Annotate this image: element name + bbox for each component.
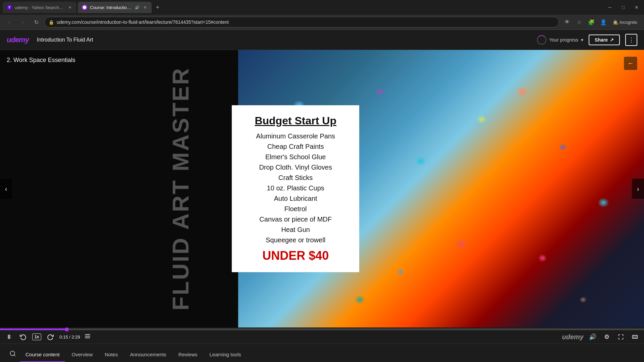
share-arrow-icon: ↗ xyxy=(610,37,614,43)
list-item: Floetrol xyxy=(242,204,349,214)
video-controls: ⏸ 1x 0:15 / 2:29 udemy 🔊 ⚙ xyxy=(0,327,644,344)
forward-button-video[interactable] xyxy=(45,332,55,342)
tab-learning-tools[interactable]: Learning tools xyxy=(204,348,247,362)
tab-favicon-yahoo: Y xyxy=(7,5,12,10)
svg-rect-4 xyxy=(633,336,638,339)
list-item: 10 oz. Plastic Cups xyxy=(242,183,349,193)
app-header: udemy Introduction To Fluid Art Your pro… xyxy=(0,30,644,50)
incognito-icon: 🕵 xyxy=(613,20,618,25)
course-title-header: Introduction To Fluid Art xyxy=(37,37,537,43)
incognito-label: Incognito xyxy=(620,20,637,25)
close-button[interactable]: ✕ xyxy=(632,3,641,12)
progress-bar[interactable] xyxy=(0,328,644,330)
settings-button[interactable]: ⚙ xyxy=(602,332,612,342)
svg-point-7 xyxy=(10,351,15,356)
browser-chrome: Y udemy - Yahoo Search Results ✕ Course:… xyxy=(0,0,644,30)
budget-price: UNDER $40 xyxy=(242,249,349,263)
progress-bar-thumb xyxy=(65,327,69,331)
progress-circle xyxy=(537,35,546,45)
list-item: Canvas or piece of MDF xyxy=(242,214,349,225)
tab-announcements[interactable]: Announcements xyxy=(124,348,171,362)
budget-title: Budget Start Up xyxy=(242,115,349,127)
header-right: Your progress ▾ Share ↗ ⋮ xyxy=(537,34,637,46)
maximize-button[interactable]: □ xyxy=(619,3,628,12)
tab-bar: Y udemy - Yahoo Search Results ✕ Course:… xyxy=(0,0,644,15)
tab-close-udemy[interactable]: ✕ xyxy=(142,5,148,10)
minimize-button[interactable]: ─ xyxy=(605,3,614,12)
tab-close-yahoo[interactable]: ✕ xyxy=(67,5,72,10)
next-lecture-button[interactable]: › xyxy=(632,179,644,199)
back-to-course-button[interactable]: ← xyxy=(624,57,637,70)
budget-list: Aluminum Casserole Pans Cheap Craft Pain… xyxy=(242,131,349,245)
watermark-text: Fluid Art Master xyxy=(167,67,194,310)
total-time: 2:29 xyxy=(72,335,80,340)
chapter-markers-button[interactable] xyxy=(84,333,91,341)
svg-point-0 xyxy=(83,6,86,9)
new-tab-button[interactable]: + xyxy=(153,3,162,12)
lock-icon: 🔒 xyxy=(49,20,54,25)
back-button[interactable]: ‹ xyxy=(4,17,15,27)
window-controls: ─ □ ✕ xyxy=(605,3,641,12)
previous-lecture-button[interactable]: ‹ xyxy=(0,179,12,199)
time-separator: / xyxy=(69,335,71,340)
share-label: Share xyxy=(595,37,608,43)
fullscreen-button[interactable] xyxy=(616,332,626,342)
tab-yahoo[interactable]: Y udemy - Yahoo Search Results ✕ xyxy=(3,2,76,13)
progress-chevron-icon: ▾ xyxy=(581,37,583,43)
tab-reviews[interactable]: Reviews xyxy=(173,348,203,362)
list-item: Auto Lubricant xyxy=(242,193,349,204)
list-item: Drop Cloth. Vinyl Gloves xyxy=(242,162,349,173)
extensions-icon[interactable]: 🧩 xyxy=(586,17,597,27)
list-item: Elmer's School Glue xyxy=(242,152,349,162)
search-tab-button[interactable] xyxy=(7,346,19,362)
main-area: Fluid Art Master Budget Start Up Aluminu… xyxy=(0,50,644,362)
udemy-logo[interactable]: udemy xyxy=(7,36,29,44)
address-text: udemy.com/course/introduction-to-fluid-a… xyxy=(57,19,555,25)
more-options-button[interactable]: ⋮ xyxy=(625,34,637,46)
list-item: Heat Gun xyxy=(242,225,349,235)
refresh-button[interactable]: ↻ xyxy=(31,17,42,27)
share-button[interactable]: Share ↗ xyxy=(589,35,620,45)
svg-line-8 xyxy=(14,355,15,356)
progress-bar-fill xyxy=(0,328,69,330)
slide-left-dark xyxy=(0,50,238,327)
tab-notes[interactable]: Notes xyxy=(99,348,123,362)
controls-right: udemy 🔊 ⚙ xyxy=(562,332,640,342)
bottom-tabs: Course content Overview Notes Announceme… xyxy=(0,344,644,362)
volume-button[interactable]: 🔊 xyxy=(588,332,598,342)
time-display: 0:15 / 2:29 xyxy=(59,335,80,340)
current-time: 0:15 xyxy=(59,335,68,340)
your-progress-button[interactable]: Your progress ▾ xyxy=(537,35,583,45)
play-pause-button[interactable]: ⏸ xyxy=(4,332,14,342)
udemy-watermark: udemy xyxy=(562,333,584,341)
controls-row: ⏸ 1x 0:15 / 2:29 udemy 🔊 ⚙ xyxy=(0,330,644,344)
tab-favicon-udemy xyxy=(82,5,87,10)
budget-box: Budget Start Up Aluminum Casserole Pans … xyxy=(232,105,359,272)
eye-off-icon[interactable]: 👁 xyxy=(562,17,573,27)
video-container[interactable]: Fluid Art Master Budget Start Up Aluminu… xyxy=(0,50,644,327)
tab-title-yahoo: udemy - Yahoo Search Results xyxy=(15,5,64,10)
nav-icons-right: 👁 ☆ 🧩 👤 🕵 Incognito xyxy=(562,17,640,27)
section-label: 2. Work Space Essentials xyxy=(7,57,75,64)
nav-bar: ‹ › ↻ 🔒 udemy.com/course/introduction-to… xyxy=(0,15,644,29)
tab-overview[interactable]: Overview xyxy=(66,348,98,362)
replay-button[interactable] xyxy=(18,332,28,342)
progress-label: Your progress xyxy=(549,37,578,43)
tab-course-content[interactable]: Course content xyxy=(20,348,65,362)
speed-button[interactable]: 1x xyxy=(32,334,41,340)
video-slide: Fluid Art Master Budget Start Up Aluminu… xyxy=(0,50,644,327)
list-item: Squeegee or trowell xyxy=(242,235,349,245)
forward-button[interactable]: › xyxy=(17,17,28,27)
tab-title-udemy: Course: Introduction To Flu... xyxy=(90,5,132,10)
tab-audio-icon: 🔊 xyxy=(135,5,140,10)
list-item: Cheap Craft Paints xyxy=(242,141,349,152)
address-bar[interactable]: 🔒 udemy.com/course/introduction-to-fluid… xyxy=(44,17,559,27)
list-item: Aluminum Casserole Pans xyxy=(242,131,349,141)
incognito-badge[interactable]: 🕵 Incognito xyxy=(610,18,640,26)
list-item: Craft Sticks xyxy=(242,173,349,183)
tab-udemy-course[interactable]: Course: Introduction To Flu... 🔊 ✕ xyxy=(78,2,152,13)
theater-mode-button[interactable] xyxy=(630,332,640,342)
profile-icon[interactable]: 👤 xyxy=(598,17,609,27)
bookmark-icon[interactable]: ☆ xyxy=(574,17,585,27)
